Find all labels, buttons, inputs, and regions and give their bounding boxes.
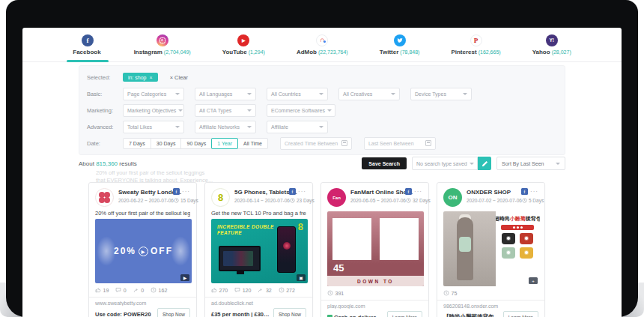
learn-more-button[interactable]: Learn More xyxy=(387,311,422,317)
saved-search-combo: No search type saved xyxy=(412,157,491,170)
card-menu-button[interactable]: ··· xyxy=(414,190,422,193)
saved-search-dropdown[interactable]: No search type saved xyxy=(412,157,478,170)
learn-more-button[interactable]: Learn More xyxy=(503,311,538,317)
ad-text: Get the new TCL 10 Pro and bag a free TC… xyxy=(211,210,306,217)
ad-date-range: 2020-06-14 ~ 2020-07-06 xyxy=(234,198,290,203)
created-time-between-input[interactable]: Created Time Between xyxy=(280,137,352,150)
chip-remove-icon[interactable]: × xyxy=(150,75,153,80)
ad-card: 8 5G Phones, Tablets & SIMs | ... 2020-0… xyxy=(204,182,313,317)
tab-facebook[interactable]: f Facebook xyxy=(70,28,105,62)
shop-now-button[interactable]: Shop Now xyxy=(273,308,306,317)
tab-twitter[interactable]: Twitter(78,848) xyxy=(377,28,423,62)
device-mockup: f Facebook Instagram(2,704,049) ▶ YouTub… xyxy=(0,0,644,317)
save-search-button[interactable]: Save Search xyxy=(362,157,407,169)
ad-stats: 75 xyxy=(443,290,538,296)
date-option-30-days[interactable]: 30 Days xyxy=(151,138,182,149)
card-menu-button[interactable]: ··· xyxy=(530,190,538,193)
advertiser-avatar: Fan xyxy=(327,188,346,207)
sort-dropdown[interactable]: Sort By Last Seen xyxy=(496,157,565,170)
photo-badge-icon[interactable]: ▣ xyxy=(297,274,306,281)
chevron-down-icon xyxy=(178,109,183,112)
expand-badge-icon[interactable]: + xyxy=(529,277,538,284)
ad-domain-link[interactable]: play.google.com xyxy=(327,304,422,309)
app-screen: f Facebook Instagram(2,704,049) ▶ YouTub… xyxy=(22,28,622,317)
product-panel: 超時尚小雛菊後背包 xyxy=(496,211,540,286)
comment-icon xyxy=(115,287,121,293)
ad-stats: 19 0 0 162 xyxy=(95,287,190,293)
selected-filter-chip[interactable]: in: shop× xyxy=(123,73,158,82)
clock-icon xyxy=(327,290,333,296)
date-option-90-days[interactable]: 90 Days xyxy=(180,138,212,149)
yahoo-icon: Y! xyxy=(546,34,558,46)
tab-pinterest[interactable]: P Pinterest(162,665) xyxy=(448,28,503,62)
ad-card-header: Fan FanMart Online Shopping - F... 2020-… xyxy=(327,188,422,207)
select-affiliate-networks[interactable]: Affiliate Networks xyxy=(195,121,256,133)
chevron-down-icon xyxy=(463,93,467,95)
ad-headline: £35 per month | £30 upfront | ... xyxy=(211,311,270,317)
backpack-green xyxy=(502,247,515,259)
active-tab-underline xyxy=(67,60,109,62)
ad-domain-link[interactable]: www.sweatybetty.com xyxy=(95,301,190,306)
ad-domain-link[interactable]: 986208148.onxder.com xyxy=(443,304,538,309)
last-seen-between-input[interactable]: Last Seen Between xyxy=(364,137,436,150)
filter-row-advanced: Advanced: Total Likes Affiliate Networks… xyxy=(87,118,557,135)
select-all-countries[interactable]: All Countries xyxy=(267,88,328,100)
date-option-1-year[interactable]: 1 Year xyxy=(211,138,238,149)
chevron-down-icon xyxy=(470,163,474,165)
ad-date-range: 2020-06-05 ~ 2020-07-06 xyxy=(350,198,406,203)
ad-creative-image[interactable]: 45 DOWN TO xyxy=(327,211,424,286)
clock-icon xyxy=(151,287,157,293)
ad-card: Fan FanMart Online Shopping - F... 2020-… xyxy=(321,182,429,317)
ad-card: ON ONXDER SHOP 2020-07-02 ~ 2020-07-06 5… xyxy=(437,182,545,317)
ad-domain-link[interactable]: ad.doubleclick.net xyxy=(211,301,306,306)
card-menu-button[interactable]: ··· xyxy=(298,190,306,193)
select-affiliate[interactable]: Affiliate xyxy=(267,121,328,133)
date-option-all-time[interactable]: All Time xyxy=(237,138,268,149)
select-cta-types[interactable]: All CTA Types xyxy=(195,104,256,117)
ad-card-header: 8 5G Phones, Tablets & SIMs | ... 2020-0… xyxy=(211,188,306,207)
clock-icon xyxy=(522,198,527,203)
chevron-down-icon xyxy=(556,163,560,165)
ad-creative-image[interactable]: 超時尚小雛菊後背包 + xyxy=(443,211,540,286)
ad-headline: ✓Cash on delivery ✓Days fr... xyxy=(327,314,384,317)
facebook-icon: f xyxy=(82,34,94,46)
calendar-icon xyxy=(341,140,347,146)
chevron-down-icon xyxy=(247,93,252,95)
facebook-source-icon: f xyxy=(173,188,180,195)
date-option-7-days[interactable]: 7 Days xyxy=(123,138,151,149)
youtube-icon: ▶ xyxy=(237,34,249,46)
video-badge-icon[interactable]: ▶ xyxy=(180,274,189,281)
tab-admob[interactable]: ∩ AdMob(22,723,764) xyxy=(294,28,351,62)
clock-icon xyxy=(279,287,285,293)
tab-youtube[interactable]: ▶ YouTube(1,294) xyxy=(219,28,268,62)
ad-creative-image[interactable]: INCREDIBLE DOUBLEFEATURE 8 ▣ xyxy=(211,219,308,283)
twitter-icon xyxy=(394,34,406,46)
shop-now-button[interactable]: Shop Now xyxy=(157,308,190,317)
select-marketing-objectives[interactable]: Marketing Objectives xyxy=(123,104,184,117)
edit-saved-search-button[interactable] xyxy=(478,157,491,170)
select-all-creatives[interactable]: All Creatives xyxy=(338,88,400,100)
advertiser-avatar xyxy=(95,188,114,207)
ad-date-range: 2020-06-22 ~ 2020-07-06 xyxy=(118,198,174,203)
chevron-down-icon xyxy=(247,126,252,128)
ad-creative-image[interactable]: 20%▶OFF ▶ xyxy=(95,219,192,283)
select-all-languages[interactable]: All Languages xyxy=(195,88,256,100)
select-device-types[interactable]: Device Types xyxy=(410,88,472,100)
select-ecommerce-softwares[interactable]: ECommerce Softwares xyxy=(267,104,335,117)
clear-filters-button[interactable]: × Clear xyxy=(170,74,188,81)
clock-icon xyxy=(443,290,449,296)
tab-yahoo[interactable]: Y! Yahoo(28,027) xyxy=(529,28,574,62)
clock-icon xyxy=(406,198,411,203)
card-menu-button[interactable]: ··· xyxy=(182,190,190,193)
like-icon xyxy=(211,287,217,293)
ad-duration: 32 Days xyxy=(406,198,431,203)
select-total-likes[interactable]: Total Likes xyxy=(123,121,184,133)
select-page-categories[interactable]: Page Categories xyxy=(123,88,184,100)
chevron-down-icon xyxy=(391,93,395,95)
tv-graphic xyxy=(219,246,261,271)
tab-instagram[interactable]: Instagram(2,704,049) xyxy=(131,28,194,62)
admob-icon: ∩ xyxy=(316,34,328,46)
results-count: About 815,360 results xyxy=(79,160,137,167)
date-label: Date: xyxy=(87,140,123,147)
ad-text: 20% off your first pair of the sellout l… xyxy=(95,210,190,217)
